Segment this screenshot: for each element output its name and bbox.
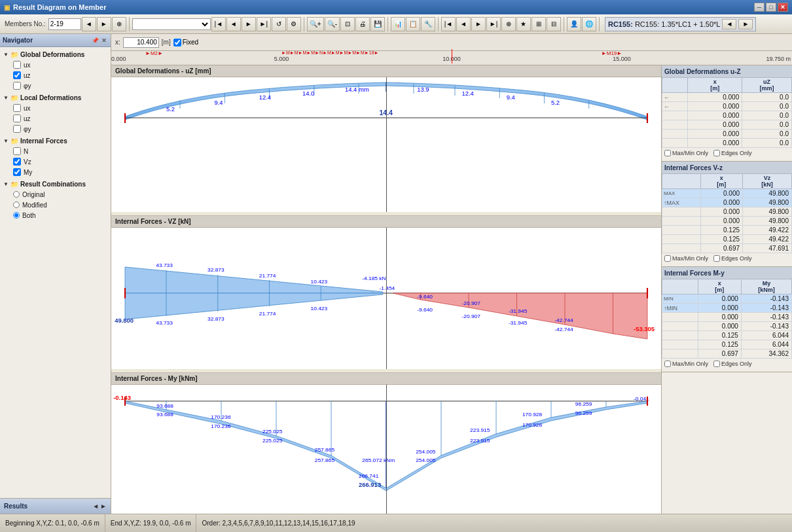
- panel-global-def-header: Global Deformations - uZ [mm]: [111, 65, 661, 77]
- svg-text:12.4: 12.4: [259, 94, 271, 101]
- ux2-checkbox[interactable]: [13, 104, 21, 112]
- zoom-fit[interactable]: ⊡: [340, 17, 355, 31]
- nav2-next[interactable]: ►: [471, 17, 486, 31]
- nav2-extra1[interactable]: ⊕: [501, 17, 516, 31]
- maxmin-checkbox-my[interactable]: [664, 361, 671, 367]
- nav-item-original[interactable]: Original: [0, 189, 111, 200]
- window-title: Result Diagram on Member: [13, 3, 754, 11]
- zoom-in[interactable]: 🔍+: [307, 17, 324, 31]
- uz1-checkbox[interactable]: [13, 71, 21, 79]
- table-global-def: x[m] uZ[mm] ← 0.000 0.0 ←: [662, 77, 792, 148]
- nav-item-n[interactable]: N: [0, 146, 111, 156]
- both-radio[interactable]: [13, 212, 20, 219]
- refresh-btn[interactable]: ↺: [272, 17, 286, 31]
- nav2-extra3[interactable]: ⊞: [531, 17, 546, 31]
- edges-label-vz[interactable]: Edges Only: [713, 255, 752, 262]
- nav-footer-arrows: ◄ ►: [92, 503, 107, 510]
- n-label: N: [24, 148, 28, 155]
- table-row: 0.00049.800: [662, 217, 792, 226]
- svg-text:-1.454: -1.454: [380, 285, 395, 291]
- print-btn[interactable]: 🖨: [355, 17, 370, 31]
- maxmin-label-global[interactable]: Max/Min Only: [664, 150, 708, 156]
- svg-text:-31.945: -31.945: [509, 308, 528, 314]
- edges-checkbox-global[interactable]: [713, 150, 720, 156]
- maxmin-checkbox-global[interactable]: [664, 150, 671, 156]
- minimize-button[interactable]: ─: [754, 3, 765, 12]
- original-radio[interactable]: [13, 191, 20, 198]
- nav-group-internal-header[interactable]: ▼ 📁 Internal Forces: [0, 135, 111, 146]
- nav2-last[interactable]: ►|: [486, 17, 501, 31]
- zoom-out[interactable]: 🔍-: [325, 17, 340, 31]
- nav-group-results-header[interactable]: ▼ 📁 Result Combinations: [0, 179, 111, 189]
- nav-item-ux2[interactable]: ux: [0, 103, 111, 113]
- maxmin-checkbox-vz[interactable]: [664, 255, 671, 262]
- result-combo[interactable]: [132, 18, 211, 30]
- icon2[interactable]: 📋: [406, 17, 420, 31]
- n-checkbox[interactable]: [13, 147, 21, 155]
- nav-item-both[interactable]: Both: [0, 210, 111, 221]
- edges-checkbox-my[interactable]: [713, 361, 720, 367]
- icon3[interactable]: 🔧: [421, 17, 435, 31]
- maximize-button[interactable]: □: [766, 3, 776, 12]
- nav2-prev[interactable]: ◄: [456, 17, 471, 31]
- export-btn[interactable]: 💾: [370, 17, 385, 31]
- nav-item-modified[interactable]: Modified: [0, 200, 111, 210]
- icon5[interactable]: 🌐: [582, 17, 596, 31]
- modified-radio[interactable]: [13, 202, 20, 208]
- edges-label-my[interactable]: Edges Only: [713, 361, 752, 367]
- next-btn[interactable]: ►: [97, 17, 111, 31]
- prev-btn[interactable]: ◄: [82, 17, 96, 31]
- nav-group-local-def-header[interactable]: ▼ 📁 Local Deformations: [0, 92, 111, 103]
- canvas-vz: 49.800 43.733 32.873 21.774 10.423 -4.18…: [111, 228, 661, 369]
- close-button[interactable]: ✕: [778, 3, 788, 12]
- select-btn[interactable]: ⊕: [112, 17, 126, 31]
- rc-prev[interactable]: ◄: [722, 19, 736, 29]
- maxmin-label-vz[interactable]: Max/Min Only: [664, 255, 708, 262]
- settings-btn[interactable]: ⚙: [287, 17, 301, 31]
- svg-text:-9.640: -9.640: [417, 294, 433, 300]
- icon4[interactable]: 👤: [567, 17, 581, 31]
- phy1-checkbox[interactable]: [13, 82, 21, 90]
- svg-text:10.423: 10.423: [311, 306, 328, 311]
- members-group: Members No.: ◄ ► ⊕: [3, 17, 130, 31]
- members-label: Members No.:: [3, 20, 48, 27]
- nav-pin[interactable]: 📌: [90, 37, 100, 44]
- nav2-extra2[interactable]: ★: [516, 17, 531, 31]
- edges-label-global[interactable]: Edges Only: [713, 150, 752, 156]
- nav2-extra4[interactable]: ⊟: [547, 17, 561, 31]
- svg-text:10.423: 10.423: [311, 279, 328, 285]
- nav2-first[interactable]: |◄: [441, 17, 456, 31]
- ux1-checkbox[interactable]: [13, 61, 21, 69]
- nav-item-phy2[interactable]: φy: [0, 124, 111, 134]
- nav-item-my[interactable]: My: [0, 167, 111, 177]
- nav-footer-next[interactable]: ►: [100, 503, 107, 510]
- rc-next[interactable]: ►: [738, 19, 753, 29]
- folder-icon4: 📁: [10, 181, 18, 188]
- nav-item-ux1[interactable]: ux: [0, 60, 111, 70]
- nav-last[interactable]: ►|: [257, 17, 271, 31]
- edges-checkbox-vz[interactable]: [713, 255, 720, 262]
- members-input[interactable]: [48, 18, 81, 30]
- nav-footer-prev[interactable]: ◄: [92, 503, 99, 510]
- nav-close-btn[interactable]: ✕: [100, 37, 108, 44]
- maxmin-label-my[interactable]: Max/Min Only: [664, 361, 708, 367]
- nav-item-vz[interactable]: Vz: [0, 156, 111, 167]
- vz-checkbox[interactable]: [13, 158, 21, 166]
- main-layout: Navigator 📌 ✕ ▼ 📁 Global Deformations ux…: [0, 34, 792, 514]
- uz2-checkbox[interactable]: [13, 115, 21, 122]
- right-table-global-def-header: Global Deformations u-Z: [662, 65, 792, 77]
- my-checkbox[interactable]: [13, 168, 21, 176]
- nav-prev[interactable]: ◄: [226, 17, 241, 31]
- svg-text:-9.640: -9.640: [417, 307, 433, 313]
- svg-text:-31.945: -31.945: [509, 320, 528, 326]
- nav-item-phy1[interactable]: φy: [0, 80, 111, 91]
- icon1[interactable]: 📊: [391, 17, 405, 31]
- coord-x-input[interactable]: [123, 37, 159, 48]
- nav-item-uz1[interactable]: uz: [0, 70, 111, 80]
- nav-first[interactable]: |◄: [211, 17, 226, 31]
- nav-group-global-def-header[interactable]: ▼ 📁 Global Deformations: [0, 49, 111, 60]
- fixed-checkbox[interactable]: [173, 39, 181, 46]
- nav-next[interactable]: ►: [242, 17, 256, 31]
- phy2-checkbox[interactable]: [13, 125, 21, 133]
- nav-item-uz2[interactable]: uz: [0, 113, 111, 124]
